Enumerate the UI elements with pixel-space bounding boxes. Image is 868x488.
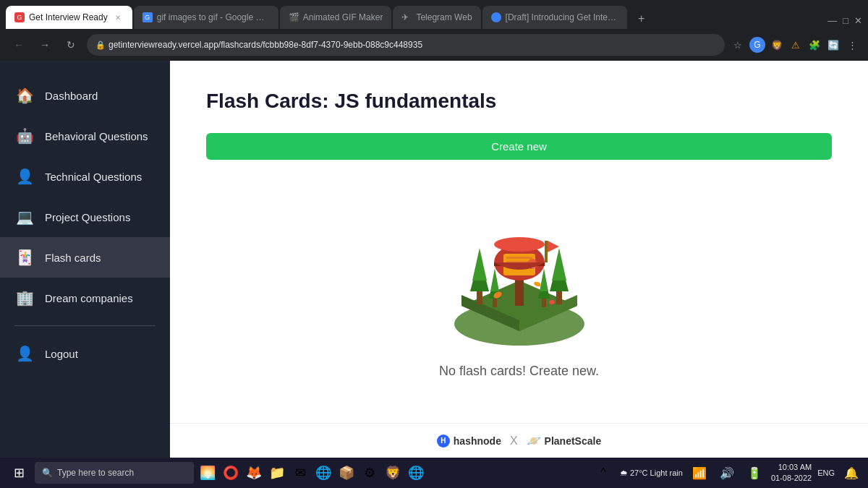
sidebar-label-behavioral: Behavioral Questions xyxy=(45,130,148,142)
taskbar-icon-8[interactable]: ⚙ xyxy=(359,462,380,484)
footer-planetscale: 🪐 PlanetScale xyxy=(527,434,602,448)
dream-icon: 🏢 xyxy=(14,288,35,308)
taskbar-weather: 🌧 27°C Light rain xyxy=(620,468,683,477)
technical-icon: 👤 xyxy=(14,166,35,187)
hashnode-label: hashnode xyxy=(454,435,501,447)
sidebar-item-flashcards[interactable]: 🃏 Flash cards xyxy=(0,237,170,278)
bookmark-icon[interactable]: ☆ xyxy=(731,38,745,52)
tab-favicon-5 xyxy=(491,12,501,22)
hashnode-icon: H xyxy=(437,435,450,448)
sidebar-item-dashboard[interactable]: 🏠 Dashboard xyxy=(0,75,170,116)
svg-marker-5 xyxy=(472,248,487,281)
footer: H hashnode X 🪐 PlanetScale xyxy=(170,423,868,458)
tab-label-4: Telegram Web xyxy=(416,12,472,22)
tab-telegram[interactable]: ✈ Telegram Web xyxy=(393,6,480,29)
sidebar-label-flashcards: Flash cards xyxy=(45,252,101,264)
taskbar-icon-chrome[interactable]: 🌐 xyxy=(405,462,427,484)
taskbar-icon-2[interactable]: ⭕ xyxy=(220,462,242,484)
menu-icon[interactable]: ⋮ xyxy=(845,38,859,52)
brave-icon[interactable]: 🦁 xyxy=(770,38,784,52)
taskbar-icon-6[interactable]: 🌐 xyxy=(312,462,334,484)
taskbar: ⊞ 🔍 Type here to search 🌅 ⭕ 🦊 📁 ✉ 🌐 📦 ⚙ … xyxy=(0,458,868,488)
sidebar-label-project: Project Questions xyxy=(45,211,130,223)
sync-icon[interactable]: 🔄 xyxy=(826,38,841,52)
svg-rect-12 xyxy=(493,299,497,307)
taskbar-chevron-icon[interactable]: ^ xyxy=(592,462,614,484)
dashboard-icon: 🏠 xyxy=(14,85,35,106)
tab-favicon-active: G xyxy=(14,12,25,22)
tab-bar-controls: — □ ✕ xyxy=(827,15,862,29)
sidebar-label-technical: Technical Questions xyxy=(45,171,142,183)
taskbar-volume-icon[interactable]: 🔊 xyxy=(716,462,738,484)
sidebar-label-dashboard: Dashboard xyxy=(45,90,98,102)
tab-active[interactable]: G Get Interview Ready ✕ xyxy=(6,6,132,29)
address-input[interactable]: 🔒 getinterviewready.vercel.app/flashcard… xyxy=(87,34,725,56)
time-display: 10:03 AM xyxy=(771,462,812,473)
project-icon: 💻 xyxy=(14,207,35,227)
content-area: Flash Cards: JS fundamentals Create new xyxy=(170,61,868,458)
tab-label-active: Get Interview Ready xyxy=(29,12,108,22)
taskbar-time[interactable]: 10:03 AM 01-08-2022 xyxy=(771,462,812,484)
tab-gif-search[interactable]: G gif images to gif - Google Search xyxy=(134,6,278,29)
flashcards-icon: 🃏 xyxy=(14,247,35,267)
new-tab-button[interactable]: + xyxy=(631,9,652,29)
lock-icon: 🔒 xyxy=(95,40,106,50)
main-content: Flash Cards: JS fundamentals Create new xyxy=(170,61,868,423)
behavioral-icon: 🤖 xyxy=(14,126,35,146)
create-new-button[interactable]: Create new xyxy=(206,133,832,160)
sidebar-item-technical[interactable]: 👤 Technical Questions xyxy=(0,156,170,197)
tab-label-3: Animated GIF Maker xyxy=(303,12,383,22)
sidebar-label-dream: Dream companies xyxy=(45,292,133,304)
tab-label-5: [Draft] Introducing Get Interview Rea... xyxy=(506,12,618,22)
svg-marker-26 xyxy=(548,241,559,252)
address-text: getinterviewready.vercel.app/flashcards/… xyxy=(109,40,422,50)
browser-chrome: G Get Interview Ready ✕ G gif images to … xyxy=(0,0,868,61)
taskbar-search[interactable]: 🔍 Type here to search xyxy=(35,462,194,484)
taskbar-icon-1[interactable]: 🌅 xyxy=(197,462,218,484)
maximize-button[interactable]: □ xyxy=(843,15,848,26)
taskbar-icon-5[interactable]: ✉ xyxy=(289,462,311,484)
tab-label-2: gif images to gif - Google Search xyxy=(157,12,270,22)
date-display: 01-08-2022 xyxy=(771,473,812,484)
sidebar-item-logout[interactable]: 👤 Logout xyxy=(0,333,170,374)
taskbar-notification-icon[interactable]: 🔔 xyxy=(841,462,862,484)
taskbar-network-icon[interactable]: 📶 xyxy=(689,462,710,484)
start-button[interactable]: ⊞ xyxy=(6,460,32,486)
weather-icon: 🌧 xyxy=(620,468,628,477)
refresh-button[interactable]: ↻ xyxy=(61,35,81,55)
taskbar-battery-icon[interactable]: 🔋 xyxy=(744,462,765,484)
extensions-icon[interactable]: 🧩 xyxy=(807,38,822,52)
minimize-button[interactable]: — xyxy=(827,15,837,26)
sidebar-item-project[interactable]: 💻 Project Questions xyxy=(0,197,170,237)
tab-close-active[interactable]: ✕ xyxy=(112,12,124,23)
taskbar-app-icons: 🌅 ⭕ 🦊 📁 ✉ 🌐 📦 ⚙ 🦁 🌐 xyxy=(197,462,427,484)
footer-separator: X xyxy=(510,435,518,448)
empty-state: @ No flash cards! Create new. xyxy=(206,174,832,394)
tab-draft[interactable]: [Draft] Introducing Get Interview Rea... xyxy=(482,6,627,29)
logout-icon: 👤 xyxy=(14,343,35,364)
taskbar-right: ^ 🌧 27°C Light rain 📶 🔊 🔋 10:03 AM 01-08… xyxy=(592,462,862,484)
close-button[interactable]: ✕ xyxy=(854,15,862,26)
empty-state-text: No flash cards! Create new. xyxy=(439,364,599,379)
footer-hashnode: H hashnode xyxy=(437,435,501,448)
taskbar-icon-3[interactable]: 🦊 xyxy=(243,462,265,484)
warning-icon[interactable]: ⚠ xyxy=(788,38,803,52)
tab-bar: G Get Interview Ready ✕ G gif images to … xyxy=(0,0,868,29)
sidebar-item-behavioral[interactable]: 🤖 Behavioral Questions xyxy=(0,116,170,156)
sidebar-label-logout: Logout xyxy=(45,348,78,360)
taskbar-icon-4[interactable]: 📁 xyxy=(266,462,288,484)
svg-point-18 xyxy=(494,237,545,252)
profile-icon[interactable]: G xyxy=(749,37,765,53)
svg-rect-15 xyxy=(542,299,546,307)
sidebar-item-dream[interactable]: 🏢 Dream companies xyxy=(0,278,170,318)
weather-text: 27°C Light rain xyxy=(630,468,683,477)
back-button[interactable]: ← xyxy=(9,35,29,55)
svg-point-28 xyxy=(533,281,541,287)
taskbar-icon-brave[interactable]: 🦁 xyxy=(382,462,404,484)
svg-rect-22 xyxy=(506,261,528,262)
forward-button[interactable]: → xyxy=(35,35,55,55)
tab-gif-maker[interactable]: 🎬 Animated GIF Maker xyxy=(280,6,392,29)
app-layout: 🏠 Dashboard 🤖 Behavioral Questions 👤 Tec… xyxy=(0,61,868,458)
taskbar-icon-7[interactable]: 📦 xyxy=(336,462,357,484)
svg-rect-25 xyxy=(545,241,548,262)
